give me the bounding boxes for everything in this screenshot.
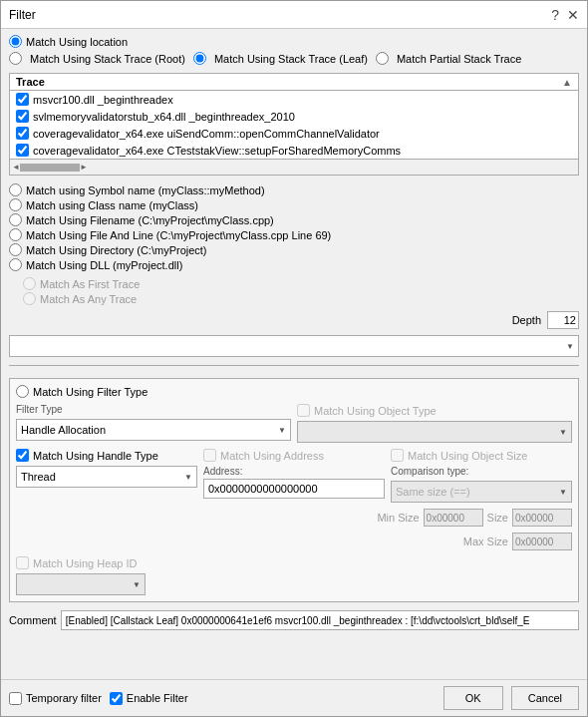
object-size-col: Match Using Object Size Comparison type:… bbox=[391, 449, 572, 503]
address-input[interactable] bbox=[203, 479, 385, 499]
match-dll-label: Match Using DLL (myProject.dll) bbox=[26, 259, 182, 271]
trace-item-check-2[interactable] bbox=[16, 127, 29, 140]
close-button[interactable]: ✕ bbox=[567, 7, 579, 23]
min-size-input[interactable] bbox=[424, 509, 483, 527]
comment-row: Comment bbox=[9, 610, 579, 630]
match-class-radio[interactable] bbox=[9, 198, 22, 211]
max-size-input[interactable] bbox=[512, 533, 572, 550]
match-symbol-row: Match using Symbol name (myClass::myMeth… bbox=[9, 183, 579, 196]
trace-scroll-up[interactable]: ▲ bbox=[562, 77, 572, 88]
enable-filter-label: Enable Filter bbox=[127, 692, 188, 704]
trace-item-label-3: coveragevalidator_x64.exe CTeststakView:… bbox=[33, 145, 401, 157]
trace-group-label: Trace bbox=[16, 76, 45, 88]
match-fileline-radio[interactable] bbox=[9, 228, 22, 241]
scrollbar-right-arrow[interactable]: ► bbox=[80, 163, 88, 172]
match-handle-type-row: Match Using Handle Type bbox=[16, 449, 197, 462]
bottom-right: OK Cancel bbox=[443, 686, 579, 710]
stack-partial-label: Match Partial Stack Trace bbox=[397, 53, 521, 65]
match-location-label: Match Using location bbox=[26, 36, 128, 48]
depth-label: Depth bbox=[512, 314, 541, 326]
stack-root-radio[interactable] bbox=[9, 52, 22, 65]
comparison-type-combo[interactable]: Same size (==) ▼ bbox=[391, 481, 572, 503]
match-dll-radio[interactable] bbox=[9, 258, 22, 271]
filter-combo-row: ▼ bbox=[9, 335, 579, 357]
address-col: Match Using Address Address: bbox=[203, 449, 385, 503]
trace-scrollbar[interactable]: ◄ ► bbox=[10, 159, 578, 175]
match-directory-label: Match Using Directory (C:\myProject) bbox=[26, 244, 207, 256]
temporary-filter-checkbox[interactable] bbox=[9, 692, 22, 705]
match-object-type-check-row: Match Using Object Type bbox=[297, 404, 572, 417]
empty-combo[interactable]: ▼ bbox=[9, 335, 579, 357]
list-item: msvcr100.dll _beginthreadex bbox=[10, 91, 578, 108]
min-size-label: Min Size bbox=[377, 512, 419, 524]
heap-id-section: Match Using Heap ID ▼ bbox=[16, 556, 572, 595]
handle-type-combo[interactable]: Thread ▼ bbox=[16, 466, 197, 488]
match-handle-type-checkbox[interactable] bbox=[16, 449, 29, 462]
match-location-radio[interactable] bbox=[9, 35, 22, 48]
trace-group-header: Trace ▲ bbox=[10, 74, 578, 91]
match-options: Match using Symbol name (myClass::myMeth… bbox=[9, 183, 579, 271]
scrollbar-thumb[interactable] bbox=[20, 164, 80, 172]
trace-item-check-1[interactable] bbox=[16, 110, 29, 123]
comparison-type-label: Comparison type: bbox=[391, 466, 572, 477]
depth-input[interactable] bbox=[547, 311, 579, 329]
ok-button[interactable]: OK bbox=[443, 686, 503, 710]
enable-filter-checkbox[interactable] bbox=[110, 692, 123, 705]
size-input[interactable] bbox=[512, 509, 572, 527]
second-filter-row: Match Using Handle Type Thread ▼ Match U… bbox=[16, 449, 572, 503]
match-object-type-label: Match Using Object Type bbox=[314, 405, 437, 417]
heap-id-combo[interactable]: ▼ bbox=[16, 573, 146, 595]
size-row: Min Size Size bbox=[16, 509, 572, 527]
title-bar: Filter ? ✕ bbox=[1, 1, 587, 29]
combo-arrow-icon: ▼ bbox=[566, 342, 574, 351]
match-directory-radio[interactable] bbox=[9, 243, 22, 256]
filter-window: Filter ? ✕ Match Using location Match Us… bbox=[0, 0, 588, 717]
title-bar-controls: ? ✕ bbox=[551, 7, 579, 23]
match-location-row: Match Using location bbox=[9, 35, 579, 48]
stack-partial-radio[interactable] bbox=[376, 52, 389, 65]
match-class-label: Match using Class name (myClass) bbox=[26, 199, 198, 211]
trace-item-check-3[interactable] bbox=[16, 144, 29, 157]
match-object-size-checkbox[interactable] bbox=[391, 449, 404, 462]
comparison-type-value: Same size (==) bbox=[396, 486, 470, 498]
trace-item-check-0[interactable] bbox=[16, 93, 29, 106]
match-filter-type-radio[interactable] bbox=[16, 385, 29, 398]
comment-input[interactable] bbox=[61, 610, 579, 630]
trace-sub-options: Match As First Trace Match As Any Trace bbox=[23, 277, 579, 305]
filter-type-title-row: Match Using Filter Type bbox=[16, 385, 572, 398]
match-object-type-checkbox[interactable] bbox=[297, 404, 310, 417]
match-any-trace-radio[interactable] bbox=[23, 292, 36, 305]
content-area: Match Using location Match Using Stack T… bbox=[1, 29, 587, 679]
object-type-combo[interactable]: ▼ bbox=[297, 421, 572, 443]
match-filename-label: Match Using Filename (C:\myProject\myCla… bbox=[26, 214, 274, 226]
match-first-trace-radio[interactable] bbox=[23, 277, 36, 290]
match-address-label: Match Using Address bbox=[220, 450, 324, 462]
filter-right-col: Match Using Object Type ▼ bbox=[297, 404, 572, 443]
match-symbol-radio[interactable] bbox=[9, 183, 22, 196]
comment-label: Comment bbox=[9, 614, 57, 626]
stack-trace-options: Match Using Stack Trace (Root) Match Usi… bbox=[9, 52, 579, 65]
scrollbar-left-arrow[interactable]: ◄ bbox=[12, 163, 20, 172]
filter-type-section: Match Using Filter Type Filter Type Hand… bbox=[9, 378, 579, 602]
match-address-checkbox[interactable] bbox=[203, 449, 216, 462]
match-directory-row: Match Using Directory (C:\myProject) bbox=[9, 243, 579, 256]
heap-id-arrow-icon: ▼ bbox=[133, 580, 141, 589]
match-heap-id-row: Match Using Heap ID bbox=[16, 556, 572, 569]
match-filename-radio[interactable] bbox=[9, 213, 22, 226]
stack-leaf-radio[interactable] bbox=[193, 52, 206, 65]
match-first-trace-row: Match As First Trace bbox=[23, 277, 579, 290]
match-first-trace-label: Match As First Trace bbox=[40, 278, 140, 290]
match-heap-id-label: Match Using Heap ID bbox=[33, 557, 138, 569]
bottom-left: Temporary filter Enable Filter bbox=[9, 692, 188, 705]
cancel-button[interactable]: Cancel bbox=[511, 686, 579, 710]
list-item: coveragevalidator_x64.exe uiSendComm::op… bbox=[10, 125, 578, 142]
trace-item-label-2: coveragevalidator_x64.exe uiSendComm::op… bbox=[33, 128, 380, 140]
match-heap-id-checkbox[interactable] bbox=[16, 556, 29, 569]
list-item: coveragevalidator_x64.exe CTeststakView:… bbox=[10, 142, 578, 159]
handle-type-arrow-icon: ▼ bbox=[184, 473, 192, 482]
filter-type-grid: Filter Type Handle Allocation ▼ Match Us… bbox=[16, 404, 572, 443]
help-button[interactable]: ? bbox=[551, 7, 559, 23]
filter-type-combo[interactable]: Handle Allocation ▼ bbox=[16, 419, 291, 441]
handle-type-col: Match Using Handle Type Thread ▼ bbox=[16, 449, 197, 503]
stack-root-label: Match Using Stack Trace (Root) bbox=[30, 53, 185, 65]
